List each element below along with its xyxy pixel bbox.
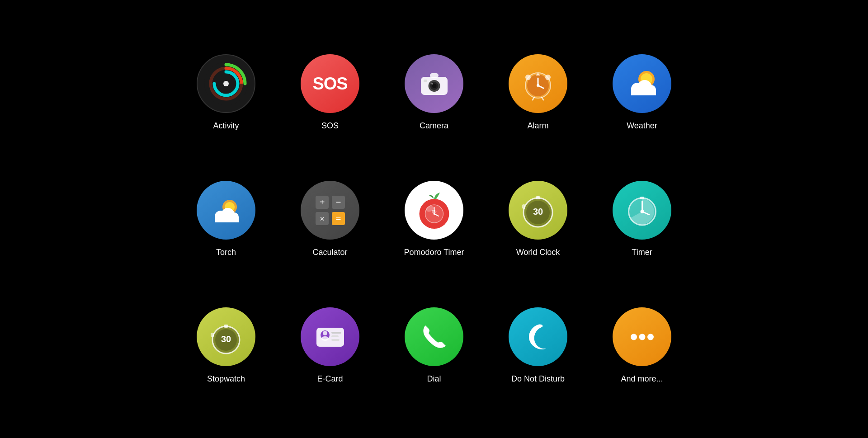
- svg-point-68: [639, 334, 645, 340]
- timer-label: Timer: [632, 248, 652, 257]
- pomodoro-icon: 25: [405, 181, 463, 240]
- svg-rect-66: [331, 339, 340, 341]
- svg-point-1: [223, 81, 229, 86]
- camera-icon: [405, 54, 463, 113]
- svg-line-17: [542, 97, 543, 100]
- svg-rect-48: [536, 196, 540, 199]
- app-item-calculator[interactable]: + − × = Caculator: [301, 181, 359, 257]
- app-item-sos[interactable]: SOS SOS: [301, 54, 359, 131]
- app-item-stopwatch[interactable]: 30 Stopwatch: [197, 307, 255, 384]
- worldclock-icon: 30: [509, 181, 567, 240]
- weather-icon: [613, 54, 671, 113]
- app-item-camera[interactable]: Camera: [405, 54, 463, 131]
- svg-rect-8: [424, 80, 427, 82]
- svg-point-69: [647, 334, 654, 340]
- app-item-torch[interactable]: Torch: [197, 181, 255, 257]
- app-item-timer[interactable]: Timer: [613, 181, 671, 257]
- svg-point-12: [545, 75, 551, 80]
- torch-label: Torch: [216, 248, 236, 257]
- alarm-label: Alarm: [527, 121, 548, 131]
- svg-rect-7: [430, 73, 439, 78]
- ecard-icon: [301, 307, 359, 366]
- svg-text:−: −: [335, 197, 341, 207]
- torch-icon: [197, 181, 255, 240]
- svg-point-11: [525, 75, 531, 80]
- stopwatch-label: Stopwatch: [207, 374, 245, 384]
- sos-icon: SOS: [301, 54, 359, 113]
- activity-icon: [197, 54, 255, 113]
- more-icon: [613, 307, 671, 366]
- dial-label: Dial: [427, 374, 441, 384]
- weather-label: Weather: [627, 121, 657, 131]
- svg-text:+: +: [319, 197, 325, 207]
- calculator-icon: + − × =: [301, 181, 359, 240]
- sos-text: SOS: [312, 74, 347, 94]
- svg-rect-23: [631, 89, 656, 95]
- app-item-more[interactable]: And more...: [613, 307, 671, 384]
- svg-text:30: 30: [221, 334, 231, 344]
- timer-icon: [613, 181, 671, 240]
- svg-point-15: [537, 84, 539, 87]
- alarm-icon: [509, 54, 567, 113]
- ecard-label: E-Card: [317, 374, 343, 384]
- svg-rect-29: [215, 217, 239, 222]
- svg-rect-54: [640, 197, 644, 199]
- svg-rect-64: [331, 332, 341, 334]
- svg-rect-65: [331, 335, 339, 337]
- svg-rect-49: [522, 204, 525, 209]
- svg-point-44: [433, 213, 435, 215]
- svg-text:×: ×: [320, 214, 325, 223]
- stopwatch-icon: 30: [197, 307, 255, 366]
- dnd-icon: [509, 307, 567, 366]
- svg-text:30: 30: [533, 207, 543, 217]
- calculator-label: Caculator: [312, 248, 347, 257]
- app-item-worldclock[interactable]: 30 World Clock: [509, 181, 567, 257]
- app-item-activity[interactable]: Activity: [197, 54, 255, 131]
- svg-rect-60: [316, 328, 344, 347]
- app-item-pomodoro[interactable]: 25 Pomodoro Timer: [404, 181, 464, 257]
- activity-label: Activity: [213, 121, 239, 131]
- svg-point-63: [321, 336, 329, 341]
- app-item-alarm[interactable]: Alarm: [509, 54, 567, 131]
- svg-point-6: [431, 83, 433, 85]
- app-item-dial[interactable]: Dial: [405, 307, 463, 384]
- app-item-dnd[interactable]: Do Not Disturb: [509, 307, 567, 384]
- svg-rect-58: [224, 325, 228, 328]
- app-item-weather[interactable]: Weather: [613, 54, 671, 131]
- dial-icon: [405, 307, 463, 366]
- dnd-label: Do Not Disturb: [511, 374, 565, 384]
- svg-point-67: [631, 334, 637, 340]
- pomodoro-label: Pomodoro Timer: [404, 248, 464, 257]
- svg-text:=: =: [335, 213, 341, 223]
- svg-rect-59: [211, 333, 214, 337]
- more-label: And more...: [621, 374, 663, 384]
- sos-label: SOS: [321, 121, 339, 131]
- camera-label: Camera: [420, 121, 448, 131]
- svg-line-16: [533, 97, 534, 100]
- app-grid: Activity SOS SOS Camera: [174, 29, 694, 409]
- worldclock-label: World Clock: [516, 248, 560, 257]
- app-item-ecard[interactable]: E-Card: [301, 307, 359, 384]
- svg-point-62: [323, 331, 327, 335]
